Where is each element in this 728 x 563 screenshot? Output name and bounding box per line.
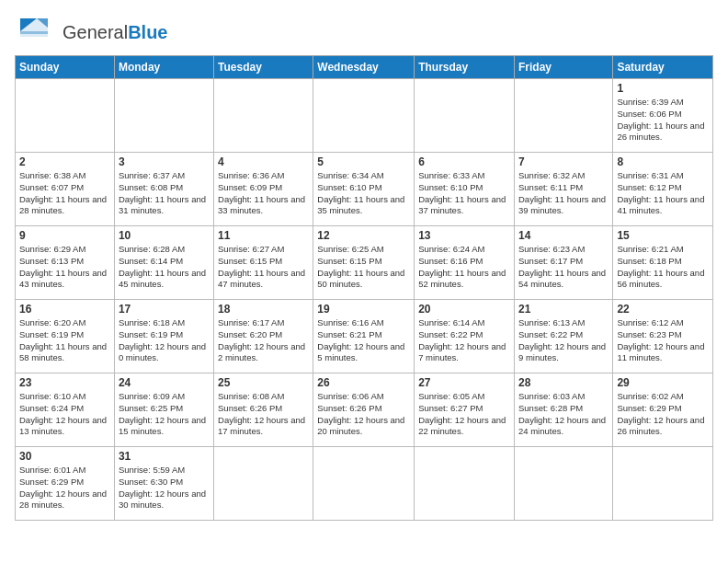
calendar-cell: 4Sunrise: 6:36 AM Sunset: 6:09 PM Daylig… xyxy=(214,153,313,226)
calendar-cell: 2Sunrise: 6:38 AM Sunset: 6:07 PM Daylig… xyxy=(16,153,115,226)
weekday-header-friday: Friday xyxy=(514,56,612,79)
calendar-cell xyxy=(313,79,415,153)
calendar-cell: 13Sunrise: 6:24 AM Sunset: 6:16 PM Dayli… xyxy=(415,226,515,300)
day-number: 18 xyxy=(218,303,309,316)
calendar-cell: 3Sunrise: 6:37 AM Sunset: 6:08 PM Daylig… xyxy=(114,153,213,226)
day-number: 7 xyxy=(518,155,609,168)
calendar-cell: 16Sunrise: 6:20 AM Sunset: 6:19 PM Dayli… xyxy=(16,300,115,373)
day-number: 3 xyxy=(119,155,210,168)
calendar-cell xyxy=(16,79,115,153)
calendar-cell: 1Sunrise: 6:39 AM Sunset: 6:06 PM Daylig… xyxy=(613,79,713,153)
day-info: Sunrise: 6:16 AM Sunset: 6:21 PM Dayligh… xyxy=(317,317,410,364)
day-number: 5 xyxy=(317,155,410,168)
calendar-cell: 24Sunrise: 6:09 AM Sunset: 6:25 PM Dayli… xyxy=(114,373,213,447)
day-info: Sunrise: 6:37 AM Sunset: 6:08 PM Dayligh… xyxy=(119,170,210,217)
day-number: 12 xyxy=(317,229,410,242)
calendar-cell: 31Sunrise: 5:59 AM Sunset: 6:30 PM Dayli… xyxy=(114,447,213,521)
day-info: Sunrise: 6:28 AM Sunset: 6:14 PM Dayligh… xyxy=(119,244,210,291)
day-number: 26 xyxy=(317,376,410,389)
calendar-cell: 15Sunrise: 6:21 AM Sunset: 6:18 PM Dayli… xyxy=(613,226,713,300)
calendar-cell: 26Sunrise: 6:06 AM Sunset: 6:26 PM Dayli… xyxy=(313,373,415,447)
calendar-cell: 18Sunrise: 6:17 AM Sunset: 6:20 PM Dayli… xyxy=(214,300,313,373)
calendar-cell xyxy=(514,447,612,521)
calendar-cell xyxy=(214,79,313,153)
calendar-cell xyxy=(214,447,313,521)
day-number: 31 xyxy=(119,450,210,463)
calendar-cell: 6Sunrise: 6:33 AM Sunset: 6:10 PM Daylig… xyxy=(415,153,515,226)
calendar-cell xyxy=(415,79,515,153)
calendar-cell xyxy=(313,447,415,521)
day-number: 16 xyxy=(19,303,110,316)
calendar-week-2: 2Sunrise: 6:38 AM Sunset: 6:07 PM Daylig… xyxy=(16,153,713,226)
day-info: Sunrise: 6:38 AM Sunset: 6:07 PM Dayligh… xyxy=(19,170,110,217)
day-number: 22 xyxy=(617,303,709,316)
day-info: Sunrise: 6:18 AM Sunset: 6:19 PM Dayligh… xyxy=(119,317,210,364)
day-number: 14 xyxy=(518,229,609,242)
day-info: Sunrise: 6:03 AM Sunset: 6:28 PM Dayligh… xyxy=(518,391,609,438)
weekday-header-wednesday: Wednesday xyxy=(313,56,415,79)
logo-icon xyxy=(15,15,59,50)
calendar-cell: 11Sunrise: 6:27 AM Sunset: 6:15 PM Dayli… xyxy=(214,226,313,300)
day-number: 11 xyxy=(218,229,309,242)
day-info: Sunrise: 6:05 AM Sunset: 6:27 PM Dayligh… xyxy=(418,391,510,438)
weekday-header-tuesday: Tuesday xyxy=(214,56,313,79)
day-number: 6 xyxy=(418,155,510,168)
calendar-cell xyxy=(114,79,213,153)
calendar-week-3: 9Sunrise: 6:29 AM Sunset: 6:13 PM Daylig… xyxy=(16,226,713,300)
calendar-cell: 12Sunrise: 6:25 AM Sunset: 6:15 PM Dayli… xyxy=(313,226,415,300)
day-number: 9 xyxy=(19,229,110,242)
calendar-cell: 10Sunrise: 6:28 AM Sunset: 6:14 PM Dayli… xyxy=(114,226,213,300)
calendar-cell xyxy=(514,79,612,153)
calendar-cell: 14Sunrise: 6:23 AM Sunset: 6:17 PM Dayli… xyxy=(514,226,612,300)
calendar-cell: 9Sunrise: 6:29 AM Sunset: 6:13 PM Daylig… xyxy=(16,226,115,300)
day-number: 15 xyxy=(617,229,709,242)
calendar-cell: 5Sunrise: 6:34 AM Sunset: 6:10 PM Daylig… xyxy=(313,153,415,226)
day-number: 29 xyxy=(617,376,709,389)
calendar-cell: 8Sunrise: 6:31 AM Sunset: 6:12 PM Daylig… xyxy=(613,153,713,226)
calendar-header-row: SundayMondayTuesdayWednesdayThursdayFrid… xyxy=(16,56,713,79)
day-number: 1 xyxy=(617,82,709,95)
calendar-table: SundayMondayTuesdayWednesdayThursdayFrid… xyxy=(15,55,713,521)
day-number: 10 xyxy=(119,229,210,242)
day-info: Sunrise: 6:08 AM Sunset: 6:26 PM Dayligh… xyxy=(218,391,309,438)
day-number: 27 xyxy=(418,376,510,389)
day-info: Sunrise: 6:12 AM Sunset: 6:23 PM Dayligh… xyxy=(617,317,709,364)
day-info: Sunrise: 6:33 AM Sunset: 6:10 PM Dayligh… xyxy=(418,170,510,217)
day-info: Sunrise: 6:39 AM Sunset: 6:06 PM Dayligh… xyxy=(617,97,709,144)
logo-text: GeneralBlue xyxy=(63,22,168,42)
day-number: 19 xyxy=(317,303,410,316)
calendar-cell xyxy=(415,447,515,521)
calendar-cell: 7Sunrise: 6:32 AM Sunset: 6:11 PM Daylig… xyxy=(514,153,612,226)
day-info: Sunrise: 6:23 AM Sunset: 6:17 PM Dayligh… xyxy=(518,244,609,291)
calendar-cell: 23Sunrise: 6:10 AM Sunset: 6:24 PM Dayli… xyxy=(16,373,115,447)
logo: GeneralBlue xyxy=(15,15,168,50)
calendar-cell: 22Sunrise: 6:12 AM Sunset: 6:23 PM Dayli… xyxy=(613,300,713,373)
day-info: Sunrise: 6:09 AM Sunset: 6:25 PM Dayligh… xyxy=(119,391,210,438)
weekday-header-sunday: Sunday xyxy=(16,56,115,79)
day-info: Sunrise: 6:29 AM Sunset: 6:13 PM Dayligh… xyxy=(19,244,110,291)
calendar-week-6: 30Sunrise: 6:01 AM Sunset: 6:29 PM Dayli… xyxy=(16,447,713,521)
calendar-cell: 29Sunrise: 6:02 AM Sunset: 6:29 PM Dayli… xyxy=(613,373,713,447)
day-number: 23 xyxy=(19,376,110,389)
day-info: Sunrise: 6:36 AM Sunset: 6:09 PM Dayligh… xyxy=(218,170,309,217)
calendar-cell xyxy=(613,447,713,521)
day-number: 21 xyxy=(518,303,609,316)
day-info: Sunrise: 6:14 AM Sunset: 6:22 PM Dayligh… xyxy=(418,317,510,364)
calendar-cell: 20Sunrise: 6:14 AM Sunset: 6:22 PM Dayli… xyxy=(415,300,515,373)
weekday-header-thursday: Thursday xyxy=(415,56,515,79)
day-number: 24 xyxy=(119,376,210,389)
day-number: 28 xyxy=(518,376,609,389)
day-number: 30 xyxy=(19,450,110,463)
day-info: Sunrise: 6:21 AM Sunset: 6:18 PM Dayligh… xyxy=(617,244,709,291)
day-info: Sunrise: 6:32 AM Sunset: 6:11 PM Dayligh… xyxy=(518,170,609,217)
day-number: 13 xyxy=(418,229,510,242)
day-number: 25 xyxy=(218,376,309,389)
calendar-cell: 19Sunrise: 6:16 AM Sunset: 6:21 PM Dayli… xyxy=(313,300,415,373)
day-info: Sunrise: 6:06 AM Sunset: 6:26 PM Dayligh… xyxy=(317,391,410,438)
day-info: Sunrise: 6:24 AM Sunset: 6:16 PM Dayligh… xyxy=(418,244,510,291)
weekday-header-monday: Monday xyxy=(114,56,213,79)
calendar-week-4: 16Sunrise: 6:20 AM Sunset: 6:19 PM Dayli… xyxy=(16,300,713,373)
header: GeneralBlue xyxy=(15,15,713,50)
day-info: Sunrise: 6:31 AM Sunset: 6:12 PM Dayligh… xyxy=(617,170,709,217)
calendar-cell: 30Sunrise: 6:01 AM Sunset: 6:29 PM Dayli… xyxy=(16,447,115,521)
